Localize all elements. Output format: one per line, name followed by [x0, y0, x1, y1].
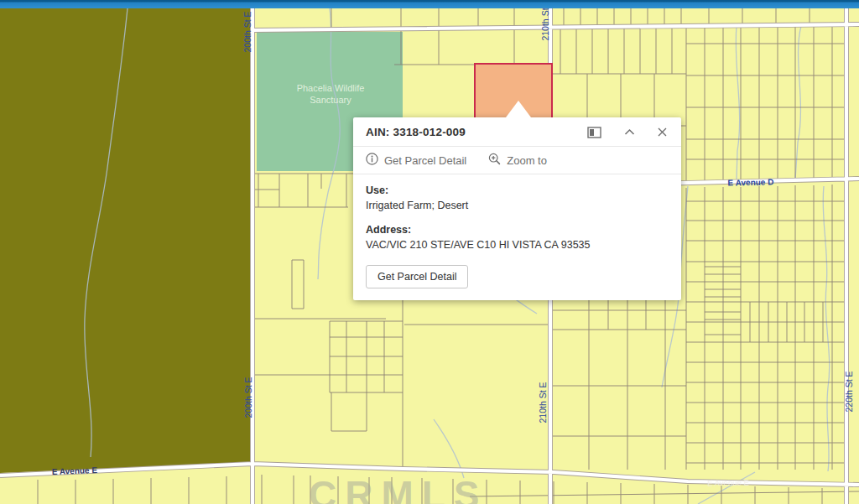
info-icon: [366, 153, 378, 168]
street-label-220th: 220th St E: [844, 371, 854, 412]
get-parcel-detail-button[interactable]: Get Parcel Detail: [366, 265, 468, 288]
close-icon[interactable]: [658, 127, 667, 137]
collapse-chevron-icon[interactable]: [624, 128, 635, 136]
avenue-d-label: E Avenue D: [727, 177, 773, 187]
action-get-parcel-detail[interactable]: Get Parcel Detail: [366, 153, 466, 168]
popup-body: Use: Irrigated Farm; Desert Address: VAC…: [353, 174, 681, 300]
parcel-viewer-window: Phacelia Wildlife Sanctuary 200th St E 2…: [0, 0, 859, 504]
popup-title: AIN: 3318-012-009: [366, 126, 587, 138]
street-label-210th-top: 210th St: [540, 8, 550, 40]
avenue-e-label: E Avenue E: [52, 465, 98, 476]
browser-edge-strip: [0, 0, 859, 8]
popup-pointer: [506, 101, 531, 117]
sanctuary-label-line2: Sanctuary: [310, 95, 351, 105]
address-label: Address:: [366, 223, 669, 236]
popup-header: AIN: 3318-012-009: [353, 117, 681, 146]
open-space-area[interactable]: [0, 8, 250, 473]
street-label-200th-bottom: 200th St E: [243, 377, 253, 418]
use-label: Use:: [366, 184, 669, 197]
action-label: Get Parcel Detail: [384, 154, 466, 167]
avenue-e-right-label: E Avenue E: [707, 478, 749, 488]
action-zoom-to[interactable]: Zoom to: [488, 153, 547, 168]
address-value: VAC/VIC 210 STE/AVE C10 HI VISTA CA 9353…: [366, 238, 669, 252]
use-field: Use: Irrigated Farm; Desert: [366, 184, 669, 213]
zoom-magnifier-icon: [488, 153, 501, 168]
action-label: Zoom to: [507, 154, 547, 167]
address-field: Address: VAC/VIC 210 STE/AVE C10 HI VIST…: [366, 223, 669, 252]
parcel-popup: AIN: 3318-012-009: [353, 117, 681, 300]
street-label-200th-top: 200th St E: [242, 11, 252, 52]
street-label-210th-bottom: 210th St E: [538, 382, 548, 423]
use-value: Irrigated Farm; Desert: [366, 199, 669, 212]
sanctuary-label-line1: Phacelia Wildlife: [297, 83, 365, 93]
watermark: CRMLS: [309, 473, 488, 504]
popup-action-bar: Get Parcel Detail Zoom to: [353, 146, 681, 174]
dock-icon[interactable]: [587, 127, 601, 138]
